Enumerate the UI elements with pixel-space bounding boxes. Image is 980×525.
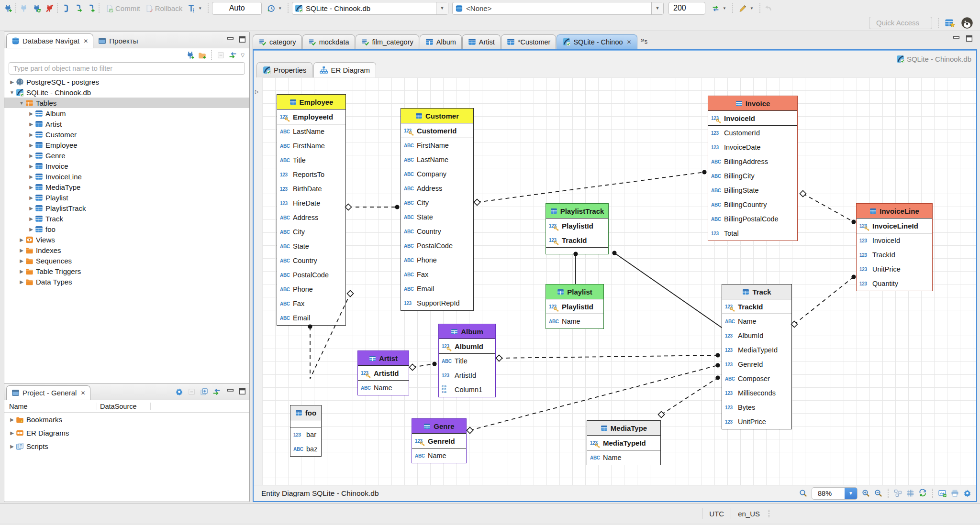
entity-InvoiceLine[interactable]: InvoiceLine123InvoiceLineId123InvoiceId1… — [856, 203, 933, 291]
column-BillingCity[interactable]: ABCBillingCity — [708, 169, 797, 183]
project-item-ER-Diagrams[interactable]: ▶ER Diagrams — [4, 426, 249, 439]
print-icon[interactable] — [951, 489, 959, 497]
editor-tab-Album[interactable]: Album — [420, 34, 462, 49]
editor-tab-Artist[interactable]: Artist — [462, 34, 501, 49]
tree-item-Employee[interactable]: ▶Employee — [4, 140, 249, 150]
entity-header[interactable]: Genre — [412, 419, 466, 434]
new-project-folder-icon[interactable] — [198, 51, 206, 59]
column-Total[interactable]: 123Total — [708, 226, 797, 241]
tab-er-diagram[interactable]: ER Diagram — [313, 62, 376, 77]
chevron-right-icon[interactable]: ▶ — [18, 258, 25, 263]
tree-item-Data-Types[interactable]: ▶Data Types — [4, 276, 249, 287]
chevron-right-icon[interactable]: ▶ — [27, 174, 35, 179]
chevron-right-icon[interactable]: ▶ — [27, 195, 35, 200]
column-GenreId[interactable]: 123GenreId — [722, 357, 791, 372]
connect-icon[interactable] — [20, 4, 28, 12]
tree-item-Views[interactable]: ▶Views — [4, 234, 249, 245]
chevron-right-icon[interactable]: ▶ — [18, 279, 25, 284]
tree-item-Sequences[interactable]: ▶Sequences — [4, 255, 249, 266]
column-ArtistId[interactable]: 123ArtistId — [439, 368, 495, 383]
column-bar[interactable]: 123bar — [290, 427, 321, 442]
column-SupportRepId[interactable]: 123SupportRepId — [401, 296, 473, 310]
entity-Artist[interactable]: Artist123ArtistIdABCName — [357, 350, 409, 395]
column-TrackId[interactable]: 123TrackId — [857, 248, 932, 262]
entity-Playlist[interactable]: Playlist123PlaylistIdABCName — [546, 284, 604, 329]
chevron-right-icon[interactable]: ▶ — [18, 269, 25, 274]
tree-item-Album[interactable]: ▶Album — [4, 108, 249, 119]
column-ReportsTo[interactable]: 123ReportsTo — [277, 167, 345, 182]
entity-Invoice[interactable]: Invoice123InvoiceId123CustomerId123Invoi… — [708, 96, 798, 241]
locale-indicator[interactable]: en_US — [731, 508, 767, 519]
chevron-right-icon[interactable]: ▶ — [27, 185, 35, 190]
column-Company[interactable]: ABCCompany — [401, 167, 473, 181]
maximize-icon[interactable] — [238, 387, 246, 395]
save-as-image-icon[interactable] — [938, 489, 947, 497]
column-LastName[interactable]: ABCLastName — [277, 124, 345, 139]
chevron-right-icon[interactable]: ▶ — [8, 79, 16, 85]
reconnect-icon[interactable] — [33, 4, 41, 12]
tree-item-PlaylistTrack[interactable]: ▶PlaylistTrack — [4, 203, 249, 213]
column-State[interactable]: ABCState — [277, 239, 345, 253]
column-Phone[interactable]: ABCPhone — [401, 253, 473, 267]
search-icon[interactable] — [799, 489, 807, 497]
tree-item-SQLite-Chinook-db[interactable]: ▼SQLite - Chinook.db — [4, 87, 249, 98]
column-Milliseconds[interactable]: 123Milliseconds — [722, 386, 791, 400]
tree-item-InvoiceLine[interactable]: ▶InvoiceLine — [4, 171, 249, 182]
column-CustomerId[interactable]: 123CustomerId — [708, 126, 797, 140]
editor-tab-SQLite-Chinoo[interactable]: SQLite - Chinoo✕ — [557, 34, 637, 49]
settings-gear-icon[interactable] — [175, 388, 183, 396]
sql-console-icon[interactable] — [74, 4, 82, 12]
minimize-icon[interactable] — [952, 34, 960, 43]
column-FirstName[interactable]: ABCFirstName — [277, 139, 345, 153]
column-Phone[interactable]: ABCPhone — [277, 282, 345, 296]
column-baz[interactable]: ABCbaz — [290, 442, 321, 456]
column-Email[interactable]: ABCEmail — [277, 311, 345, 325]
column-TrackId[interactable]: 123TrackId — [546, 233, 608, 247]
entity-Album[interactable]: Album123AlbumIdABCTitle123ArtistId010011… — [438, 324, 496, 397]
new-sql-editor-icon[interactable] — [87, 4, 95, 12]
close-icon[interactable]: ✕ — [83, 38, 88, 44]
column-Name[interactable]: ABCName — [412, 448, 466, 463]
rollback-button[interactable]: Rollback — [143, 2, 185, 14]
column-InvoiceLineId[interactable]: 123InvoiceLineId — [857, 219, 932, 233]
tree-item-MediaType[interactable]: ▶MediaType — [4, 182, 249, 192]
view-menu-icon[interactable]: ▽ — [241, 53, 245, 58]
fetch-size-input[interactable]: 200 — [668, 2, 705, 15]
history-button[interactable]: ▼ — [265, 2, 284, 14]
diagram-palette-strip[interactable]: ▷ — [254, 77, 263, 485]
chevron-right-icon[interactable]: ▶ — [27, 111, 35, 116]
entity-header[interactable]: Playlist — [546, 284, 603, 299]
new-connection-icon[interactable] — [4, 4, 12, 12]
chevron-right-icon[interactable]: ▶ — [8, 430, 16, 436]
column-PostalCode[interactable]: ABCPostalCode — [401, 239, 473, 253]
chevron-right-icon[interactable]: ▶ — [27, 206, 35, 211]
minimize-icon[interactable] — [226, 387, 234, 395]
maximize-icon[interactable] — [238, 35, 246, 44]
zoom-combo[interactable]: 88% ▼ — [812, 487, 858, 500]
chevron-right-icon[interactable]: ▶ — [8, 444, 16, 449]
entity-header[interactable]: PlaylistTrack — [546, 204, 608, 219]
tree-item-Invoice[interactable]: ▶Invoice — [4, 161, 249, 171]
column-name[interactable]: Name — [4, 403, 97, 410]
zoom-in-icon[interactable] — [862, 489, 870, 497]
project-item-Scripts[interactable]: ▶Scripts — [4, 439, 249, 453]
entity-header[interactable]: InvoiceLine — [857, 204, 932, 219]
editor-tab-film-category[interactable]: film_category — [356, 34, 419, 49]
column-Email[interactable]: ABCEmail — [401, 282, 473, 296]
column-CustomerId[interactable]: 123CustomerId — [401, 123, 473, 138]
entity-Employee[interactable]: Employee123EmployeeIdABCLastNameABCFirst… — [277, 94, 346, 326]
column-AlbumId[interactable]: 123AlbumId — [439, 339, 495, 353]
chevron-right-icon[interactable]: ▶ — [27, 216, 35, 221]
editor-tab--Customer[interactable]: *Customer — [501, 34, 557, 49]
refresh-diagram-icon[interactable] — [919, 489, 927, 497]
column-FirstName[interactable]: ABCFirstName — [401, 138, 473, 153]
chevron-down-icon[interactable]: ▼ — [18, 100, 25, 106]
maximize-icon[interactable] — [965, 34, 973, 43]
chevron-right-icon[interactable]: ▶ — [27, 227, 35, 232]
column-Name[interactable]: ABCName — [546, 314, 603, 328]
entity-header[interactable]: Employee — [277, 95, 345, 109]
minimize-icon[interactable] — [226, 35, 234, 44]
entity-PlaylistTrack[interactable]: PlaylistTrack123PlaylistId123TrackId — [546, 203, 609, 254]
compare-button[interactable]: ▼ — [709, 2, 729, 14]
chevron-right-icon[interactable]: ▶ — [27, 142, 35, 148]
